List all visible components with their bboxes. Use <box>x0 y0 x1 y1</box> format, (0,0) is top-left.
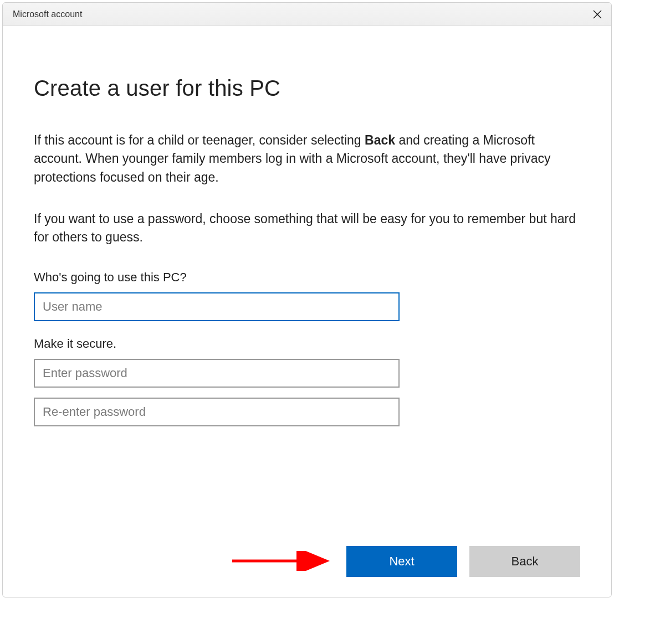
window-title: Microsoft account <box>13 9 82 19</box>
password-confirm-input[interactable] <box>34 398 400 426</box>
password-section-label: Make it secure. <box>34 337 580 351</box>
annotation-arrow-icon <box>230 551 335 571</box>
dialog-window: Microsoft account Create a user for this… <box>2 2 612 597</box>
close-button[interactable] <box>584 3 611 26</box>
description-paragraph-2: If you want to use a password, choose so… <box>34 210 580 247</box>
close-icon <box>593 10 602 19</box>
desc1-bold: Back <box>365 133 395 147</box>
next-button[interactable]: Next <box>346 546 457 577</box>
description-paragraph-1: If this account is for a child or teenag… <box>34 131 580 187</box>
page-title: Create a user for this PC <box>34 76 580 101</box>
titlebar: Microsoft account <box>3 3 611 26</box>
content-area: Create a user for this PC If this accoun… <box>3 26 611 597</box>
username-section-label: Who's going to use this PC? <box>34 270 580 285</box>
footer-buttons: Next Back <box>346 546 580 577</box>
username-input[interactable] <box>34 292 400 321</box>
password-input[interactable] <box>34 359 400 388</box>
desc1-pre: If this account is for a child or teenag… <box>34 133 365 147</box>
back-button[interactable]: Back <box>469 546 580 577</box>
